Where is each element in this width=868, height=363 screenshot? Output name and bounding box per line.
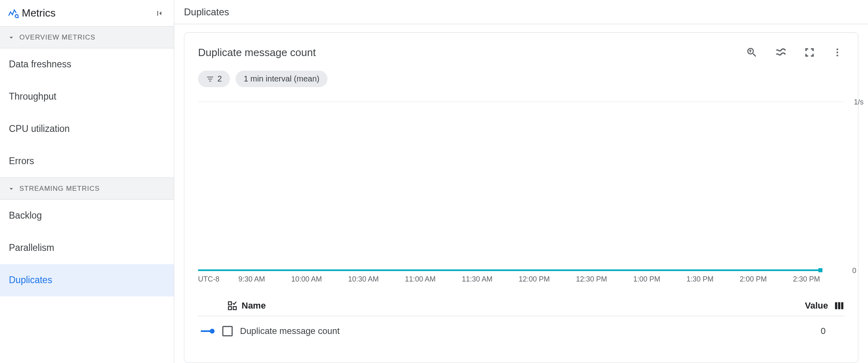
sidebar-title: Metrics [22,7,152,19]
svg-point-3 [837,52,838,53]
svg-rect-8 [835,302,837,309]
x-ticks: 9:30 AM 10:00 AM 10:30 AM 11:00 AM 11:30… [238,275,820,284]
sidebar-header: Metrics [0,0,174,27]
y-axis-unit: 1/s [854,98,864,106]
app-root: Metrics OVERVIEW METRICS Data freshness … [0,0,868,363]
nav-group-overview: Data freshness Throughput CPU utilizatio… [0,48,174,178]
table-header: Name Value [198,296,844,316]
nav-item-parallelism[interactable]: Parallelism [0,232,174,264]
interval-chip[interactable]: 1 min interval (mean) [236,71,328,87]
svg-line-1 [18,17,19,18]
svg-point-2 [837,48,838,50]
section-header-streaming[interactable]: STREAMING METRICS [0,178,174,200]
chevron-down-icon [7,185,15,193]
card-actions [744,45,844,60]
legend-toggle-button[interactable] [773,45,789,60]
svg-point-4 [837,54,838,56]
nav-item-backlog[interactable]: Backlog [0,200,174,232]
row-checkbox[interactable] [222,326,233,336]
x-tick: 11:30 AM [462,275,492,284]
fullscreen-button[interactable] [802,45,817,60]
x-tick: 12:00 PM [519,275,550,284]
legend-swatch [198,330,215,332]
col-value-header[interactable]: Value [805,300,844,311]
row-value: 0 [821,326,826,336]
nav-item-duplicates[interactable]: Duplicates [0,264,174,296]
timezone-label: UTC-8 [198,275,238,284]
nav-item-cpu-utilization[interactable]: CPU utilization [0,113,174,145]
grid-check-icon [227,300,238,311]
nav-item-throughput[interactable]: Throughput [0,81,174,113]
chart-end-marker [818,268,822,272]
chart: 1/s 0 UTC-8 9:30 AM 10:00 AM 10:30 AM 11… [198,102,844,284]
chart-series-line [198,269,820,271]
section-header-overview[interactable]: OVERVIEW METRICS [0,27,174,48]
main-header: Duplicates [174,0,868,24]
card-title: Duplicate message count [198,46,316,59]
sidebar: Metrics OVERVIEW METRICS Data freshness … [0,0,174,363]
col-name-header[interactable]: Name [227,300,266,311]
collapse-sidebar-button[interactable] [152,6,167,21]
section-label: STREAMING METRICS [19,185,100,193]
page-title: Duplicates [184,6,229,18]
x-tick: 2:30 PM [793,275,820,284]
x-axis: UTC-8 9:30 AM 10:00 AM 10:30 AM 11:00 AM… [198,275,844,284]
x-tick: 9:30 AM [238,275,265,284]
interval-label: 1 min interval (mean) [244,74,319,83]
reset-zoom-button[interactable] [744,45,760,60]
card-head: Duplicate message count [198,45,844,60]
chart-area[interactable]: 1/s 0 [198,102,844,271]
content: Duplicate message count [174,24,868,363]
filter-count: 2 [217,74,222,83]
svg-rect-7 [233,307,236,310]
svg-rect-5 [228,302,232,305]
x-tick: 11:00 AM [405,275,436,284]
columns-icon [834,300,844,311]
baseline-value: 0 [852,267,856,275]
svg-rect-6 [228,307,232,310]
svg-rect-10 [841,302,843,309]
row-name: Duplicate message count [240,326,340,336]
nav-item-errors[interactable]: Errors [0,145,174,177]
x-tick: 1:30 PM [686,275,714,284]
legend-table: Name Value Duplicate message count 0 [198,296,844,346]
x-tick: 12:30 PM [576,275,607,284]
nav-item-data-freshness[interactable]: Data freshness [0,48,174,81]
filter-icon [206,75,214,83]
more-options-button[interactable] [830,46,844,59]
x-tick: 2:00 PM [740,275,767,284]
section-label: OVERVIEW METRICS [19,33,96,42]
x-tick: 10:30 AM [348,275,379,284]
filter-chip[interactable]: 2 [198,71,230,87]
x-tick: 10:00 AM [291,275,322,284]
metrics-icon [7,8,22,19]
main: Duplicates Duplicate message count [174,0,868,363]
svg-rect-9 [838,302,840,309]
table-row: Duplicate message count 0 [198,316,844,346]
x-tick: 1:00 PM [633,275,660,284]
chart-card: Duplicate message count [184,32,858,363]
chevron-down-icon [7,33,15,42]
nav-group-streaming: Backlog Parallelism Duplicates [0,200,174,296]
chips-row: 2 1 min interval (mean) [198,71,844,87]
